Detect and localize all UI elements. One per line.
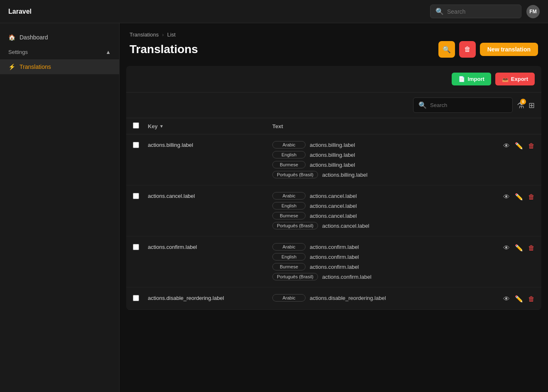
translation-value: actions.billing.label — [310, 142, 355, 148]
import-icon: 📄 — [458, 76, 465, 82]
export-label: Export — [511, 76, 528, 82]
row-checkbox[interactable] — [133, 193, 139, 199]
delete-icon[interactable]: 🗑 — [528, 295, 535, 303]
lang-badge: Burmese — [272, 161, 306, 168]
table-row: actions.confirm.label Arabic actions.con… — [126, 236, 541, 287]
row-checkbox[interactable] — [133, 142, 139, 148]
translation-value: actions.cancel.label — [310, 203, 357, 209]
table-search[interactable]: 🔍 — [413, 97, 513, 113]
row-translations: Arabic actions.billing.label English act… — [272, 141, 500, 178]
text-line: English actions.billing.label — [272, 151, 500, 158]
th-checkbox — [133, 122, 148, 130]
row-checkbox-cell — [133, 243, 148, 252]
table-header: Key ▾ Text — [126, 118, 541, 134]
translation-value: actions.confirm.label — [310, 264, 359, 270]
th-key[interactable]: Key ▾ — [148, 123, 272, 129]
delete-icon[interactable]: 🗑 — [528, 193, 535, 201]
sidebar-dashboard-label: Dashboard — [20, 34, 48, 41]
view-icon[interactable]: 👁 — [503, 295, 510, 303]
lang-badge: English — [272, 151, 306, 158]
view-icon[interactable]: 👁 — [503, 193, 510, 201]
sidebar-translations-label: Translations — [20, 63, 51, 70]
lang-badge: Português (Brasil) — [272, 171, 318, 178]
global-search-input[interactable] — [447, 8, 516, 15]
row-key: actions.cancel.label — [148, 192, 272, 199]
row-key: actions.confirm.label — [148, 243, 272, 250]
sidebar-item-translations[interactable]: ⚡ Translations — [0, 59, 119, 74]
text-line: Burmese actions.cancel.label — [272, 212, 500, 219]
translation-value: actions.confirm.label — [322, 274, 372, 280]
import-button[interactable]: 📄 Import — [452, 73, 491, 85]
search-button[interactable]: 🔍 — [438, 41, 455, 58]
table-search-input[interactable] — [430, 102, 507, 108]
columns-button[interactable]: ⊞ — [528, 101, 535, 110]
row-checkbox[interactable] — [133, 295, 139, 301]
breadcrumb-current: List — [167, 32, 176, 38]
row-translations: Arabic actions.disable_reordering.label — [272, 294, 500, 302]
breadcrumb-separator: › — [162, 32, 164, 38]
row-translations: Arabic actions.cancel.label English acti… — [272, 192, 500, 229]
import-label: Import — [467, 76, 484, 82]
view-icon[interactable]: 👁 — [503, 244, 510, 252]
edit-icon[interactable]: ✏️ — [515, 295, 523, 303]
row-checkbox-cell — [133, 294, 148, 303]
edit-icon[interactable]: ✏️ — [515, 142, 523, 150]
export-button[interactable]: 📤 Export — [495, 73, 535, 85]
row-key: actions.billing.label — [148, 141, 272, 148]
sidebar: 🏠 Dashboard Settings ▲ ⚡ Translations — [0, 23, 120, 392]
lang-badge: Arabic — [272, 141, 306, 149]
table-controls-row: 🔍 ⚗ 0 ⊞ — [126, 93, 541, 118]
main-content: Translations › List Translations 🔍 🗑 New… — [120, 23, 548, 392]
select-all-checkbox[interactable] — [133, 122, 139, 129]
avatar[interactable]: FM — [526, 5, 540, 18]
search-icon: 🔍 — [435, 7, 444, 15]
text-line: Arabic actions.disable_reordering.label — [272, 294, 500, 302]
sidebar-item-dashboard[interactable]: 🏠 Dashboard — [0, 30, 119, 45]
lang-badge: Arabic — [272, 294, 306, 302]
lang-badge: Português (Brasil) — [272, 273, 318, 280]
lang-badge: Arabic — [272, 243, 306, 251]
table-row: actions.billing.label Arabic actions.bil… — [126, 134, 541, 185]
th-text: Text — [272, 123, 535, 129]
lang-badge: Burmese — [272, 212, 306, 219]
lang-badge: Arabic — [272, 192, 306, 200]
translation-value: actions.disable_reordering.label — [310, 295, 386, 301]
text-line: Português (Brasil) actions.confirm.label — [272, 273, 500, 280]
row-actions: 👁 ✏️ 🗑 — [503, 141, 535, 150]
view-icon[interactable]: 👁 — [503, 142, 510, 150]
delete-button[interactable]: 🗑 — [459, 41, 476, 58]
page-actions: 🔍 🗑 New translation — [438, 41, 538, 58]
text-line: English actions.confirm.label — [272, 253, 500, 261]
table-search-icon: 🔍 — [418, 101, 427, 109]
edit-icon[interactable]: ✏️ — [515, 244, 523, 252]
filter-button[interactable]: ⚗ 0 — [517, 100, 524, 110]
text-line: Português (Brasil) actions.billing.label — [272, 171, 500, 178]
lang-badge: Português (Brasil) — [272, 222, 318, 229]
lang-badge: Burmese — [272, 263, 306, 270]
lang-badge: English — [272, 253, 306, 261]
row-actions: 👁 ✏️ 🗑 — [503, 294, 535, 303]
row-translations: Arabic actions.confirm.label English act… — [272, 243, 500, 280]
row-checkbox-cell — [133, 192, 148, 201]
table-area: 📄 Import 📤 Export 🔍 ⚗ 0 — [126, 66, 541, 310]
app-logo: Laravel — [8, 8, 32, 15]
edit-icon[interactable]: ✏️ — [515, 193, 523, 201]
text-line: Arabic actions.confirm.label — [272, 243, 500, 251]
translation-value: actions.cancel.label — [322, 223, 369, 229]
translation-value: actions.cancel.label — [310, 193, 357, 199]
breadcrumb-parent[interactable]: Translations — [130, 32, 159, 38]
row-checkbox[interactable] — [133, 244, 139, 250]
table-body: actions.billing.label Arabic actions.bil… — [126, 134, 541, 310]
sidebar-settings-section[interactable]: Settings ▲ — [0, 45, 119, 59]
lang-badge: English — [272, 202, 306, 209]
filter-badge: 0 — [520, 99, 526, 105]
translation-value: actions.billing.label — [322, 172, 367, 178]
global-search[interactable]: 🔍 — [430, 5, 521, 18]
text-line: Português (Brasil) actions.cancel.label — [272, 222, 500, 229]
translation-value: actions.confirm.label — [310, 244, 359, 250]
delete-icon[interactable]: 🗑 — [528, 142, 535, 150]
new-translation-button[interactable]: New translation — [480, 43, 538, 56]
text-line: Arabic actions.billing.label — [272, 141, 500, 149]
delete-icon[interactable]: 🗑 — [528, 244, 535, 252]
topnav: Laravel 🔍 FM — [0, 0, 548, 23]
